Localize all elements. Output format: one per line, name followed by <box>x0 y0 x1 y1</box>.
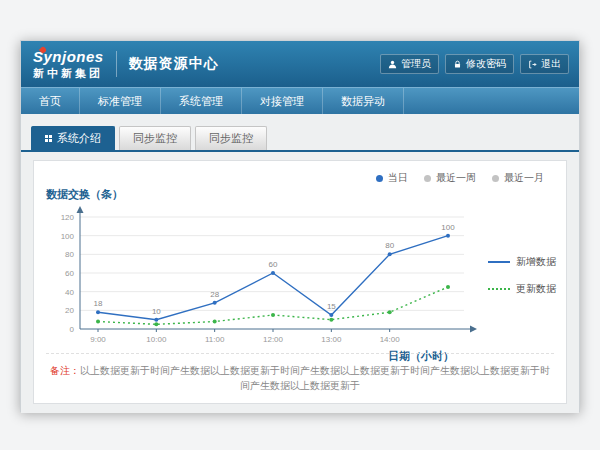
tab-bar: 系统介绍 同步监控 同步监控 <box>21 126 579 150</box>
data-label: 80 <box>385 241 394 250</box>
user-icon <box>388 60 397 69</box>
y-axis-title: 数据交换（条） <box>46 187 123 202</box>
chart-panel: 当日 最近一周 最近一月 数据交换（条） 0204060801001209:00… <box>33 160 567 404</box>
page-title: 数据资源中心 <box>129 55 219 73</box>
footer-note: 备注：以上数据更新于时间产生数据以上数据更新于时间产生数据以上数据更新于时间产生… <box>46 353 554 393</box>
data-label: 60 <box>269 260 278 269</box>
data-label: 28 <box>210 290 219 299</box>
dot-icon <box>424 175 431 182</box>
filter-label: 最近一周 <box>436 171 476 185</box>
y-tick-label: 100 <box>61 232 75 241</box>
header-actions: 管理员 修改密码 退出 <box>380 54 569 74</box>
y-tick-label: 20 <box>65 306 74 315</box>
x-tick-label: 13:00 <box>321 335 342 344</box>
main-nav: 首页 标准管理 系统管理 对接管理 数据异动 <box>21 87 579 114</box>
y-tick-label: 40 <box>65 288 74 297</box>
nav-item-home[interactable]: 首页 <box>21 88 80 114</box>
legend-item-update-data[interactable]: 更新数据 <box>488 282 556 296</box>
tab-underline <box>21 150 579 152</box>
line-chart: 0204060801001209:0010:0011:0012:0013:001… <box>40 203 480 361</box>
x-tick-label: 11:00 <box>205 335 225 344</box>
data-point <box>96 320 100 324</box>
filter-today[interactable]: 当日 <box>376 171 408 185</box>
data-point <box>213 320 217 324</box>
y-tick-label: 80 <box>65 250 74 259</box>
data-point <box>446 234 450 238</box>
x-tick-label: 10:00 <box>146 335 167 344</box>
data-point <box>154 318 158 322</box>
nav-item-standard-mgmt[interactable]: 标准管理 <box>80 88 161 114</box>
user-label: 管理员 <box>401 57 431 71</box>
tab-label: 同步监控 <box>133 131 177 146</box>
app-header: Synjones 新中新集团 数据资源中心 管理员 修改密码 退出 <box>21 41 579 87</box>
data-point <box>154 322 158 326</box>
tab-label: 系统介绍 <box>57 131 101 146</box>
y-tick-label: 60 <box>65 269 74 278</box>
brand-logo: Synjones 新中新集团 <box>31 49 104 80</box>
tab-system-intro[interactable]: 系统介绍 <box>31 126 115 150</box>
logout-button[interactable]: 退出 <box>520 54 569 74</box>
y-tick-label: 120 <box>61 213 75 222</box>
tab-label: 同步监控 <box>209 131 253 146</box>
chart-filters: 当日 最近一周 最近一月 <box>376 171 544 185</box>
legend-label: 新增数据 <box>516 255 556 269</box>
y-tick-label: 0 <box>70 325 75 334</box>
note-text: 以上数据更新于时间产生数据以上数据更新于时间产生数据以上数据更新于时间产生数据以… <box>80 365 550 391</box>
note-prefix: 备注： <box>50 365 80 376</box>
data-point <box>271 271 275 275</box>
nav-item-data-change[interactable]: 数据异动 <box>323 88 404 114</box>
grid-icon <box>45 135 52 142</box>
dot-icon <box>492 175 499 182</box>
filter-label: 当日 <box>388 171 408 185</box>
header-divider <box>116 51 117 77</box>
data-label: 10 <box>152 307 161 316</box>
tab-sync-monitor-2[interactable]: 同步监控 <box>195 126 267 150</box>
content-area: 系统介绍 同步监控 同步监控 当日 最近一周 <box>21 114 579 413</box>
nav-item-connect-mgmt[interactable]: 对接管理 <box>242 88 323 114</box>
data-point <box>96 310 100 314</box>
chart-legend: 新增数据 更新数据 <box>488 255 556 309</box>
data-point <box>213 301 217 305</box>
data-point <box>329 313 333 317</box>
data-point <box>329 318 333 322</box>
line-sample-icon <box>488 288 510 290</box>
x-axis-arrow <box>470 326 477 333</box>
x-tick-label: 14:00 <box>380 335 401 344</box>
y-axis-arrow <box>77 206 84 213</box>
brand-name-cn: 新中新集团 <box>33 67 104 79</box>
data-label: 15 <box>327 302 336 311</box>
data-label: 18 <box>94 299 103 308</box>
logout-icon <box>528 60 537 69</box>
change-password-button[interactable]: 修改密码 <box>445 54 514 74</box>
filter-last-month[interactable]: 最近一月 <box>492 171 544 185</box>
data-label: 100 <box>441 223 455 232</box>
filter-last-week[interactable]: 最近一周 <box>424 171 476 185</box>
dot-icon <box>376 175 383 182</box>
legend-item-new-data[interactable]: 新增数据 <box>488 255 556 269</box>
series-line <box>98 236 448 320</box>
x-tick-label: 9:00 <box>90 335 106 344</box>
filter-label: 最近一月 <box>504 171 544 185</box>
legend-label: 更新数据 <box>516 282 556 296</box>
data-point <box>271 313 275 317</box>
data-point <box>446 285 450 289</box>
change-password-label: 修改密码 <box>466 57 506 71</box>
app-window: Synjones 新中新集团 数据资源中心 管理员 修改密码 退出 首页 标准管… <box>20 40 580 412</box>
line-sample-icon <box>488 261 510 263</box>
user-button[interactable]: 管理员 <box>380 54 439 74</box>
nav-item-system-mgmt[interactable]: 系统管理 <box>161 88 242 114</box>
logout-label: 退出 <box>541 57 561 71</box>
data-point <box>388 252 392 256</box>
lock-icon <box>453 60 462 69</box>
data-point <box>388 310 392 314</box>
x-tick-label: 12:00 <box>263 335 284 344</box>
tab-sync-monitor-1[interactable]: 同步监控 <box>119 126 191 150</box>
